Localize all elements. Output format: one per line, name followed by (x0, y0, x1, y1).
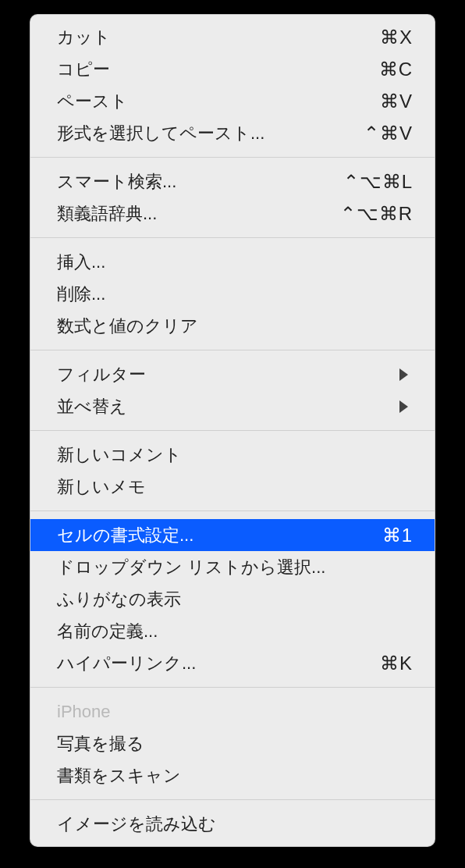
menu-separator (30, 430, 435, 431)
menu-item-label: 新しいコメント (57, 443, 182, 467)
menu-separator (30, 510, 435, 511)
menu-item-shortcut: ⌃⌘V (364, 123, 413, 144)
menu-separator (30, 237, 435, 238)
menu-item-shortcut: ⌘X (380, 27, 413, 48)
menu-separator (30, 687, 435, 688)
menu-item-paste[interactable]: ペースト⌘V (30, 85, 435, 117)
menu-item-hyperlink[interactable]: ハイパーリンク...⌘K (30, 647, 435, 679)
menu-item-shortcut: ⌘1 (382, 525, 413, 546)
menu-item-label: 形式を選択してペースト... (57, 122, 264, 145)
menu-item-label: フィルター (57, 363, 146, 386)
menu-item-label: スマート検索... (57, 170, 176, 194)
submenu-arrow-icon (399, 368, 408, 381)
menu-item-import-image[interactable]: イメージを読み込む (30, 808, 435, 840)
menu-item-new-note[interactable]: 新しいメモ (30, 471, 435, 503)
menu-separator (30, 350, 435, 350)
menu-item-label: イメージを読み込む (57, 813, 216, 836)
menu-item-label: iPhone (57, 702, 111, 722)
menu-item-label: ふりがなの表示 (57, 588, 181, 611)
menu-separator (30, 799, 435, 800)
menu-item-shortcut: ⌘V (380, 91, 413, 112)
menu-item-iphone-header: iPhone (30, 695, 435, 727)
menu-item-label: ペースト (57, 90, 128, 113)
menu-item-shortcut: ⌘K (380, 653, 413, 674)
menu-item-shortcut: ⌃⌥⌘L (343, 171, 413, 193)
menu-item-shortcut: ⌘C (379, 59, 413, 80)
menu-item-copy[interactable]: コピー⌘C (30, 53, 435, 85)
menu-separator (30, 157, 435, 158)
menu-item-take-photo[interactable]: 写真を撮る (30, 727, 435, 760)
menu-item-define-name[interactable]: 名前の定義... (30, 615, 435, 647)
menu-item-filter[interactable]: フィルター (30, 358, 435, 390)
menu-item-label: 類義語辞典... (57, 202, 157, 226)
submenu-arrow-icon (399, 400, 408, 413)
context-menu: カット⌘Xコピー⌘Cペースト⌘V形式を選択してペースト...⌃⌘Vスマート検索.… (30, 14, 435, 847)
menu-item-paste-special[interactable]: 形式を選択してペースト...⌃⌘V (30, 117, 435, 149)
menu-item-delete[interactable]: 削除... (30, 278, 435, 310)
menu-item-smart-lookup[interactable]: スマート検索...⌃⌥⌘L (30, 165, 435, 197)
menu-item-label: ハイパーリンク... (57, 652, 196, 675)
menu-item-label: カット (57, 26, 111, 49)
menu-item-sort[interactable]: 並べ替え (30, 390, 435, 422)
menu-item-clear-contents[interactable]: 数式と値のクリア (30, 310, 435, 342)
menu-item-label: 削除... (57, 283, 105, 306)
menu-item-show-phonetic[interactable]: ふりがなの表示 (30, 583, 435, 615)
menu-item-label: セルの書式設定... (57, 524, 193, 547)
menu-item-label: 並べ替え (57, 395, 127, 418)
menu-item-format-cells[interactable]: セルの書式設定...⌘1 (30, 519, 435, 551)
menu-item-label: 名前の定義... (57, 620, 158, 643)
menu-item-thesaurus[interactable]: 類義語辞典...⌃⌥⌘R (30, 197, 435, 229)
menu-item-label: 新しいメモ (57, 475, 146, 499)
menu-item-scan-documents[interactable]: 書類をスキャン (30, 760, 435, 792)
menu-item-insert[interactable]: 挿入... (30, 246, 435, 278)
menu-item-shortcut: ⌃⌥⌘R (340, 203, 413, 225)
menu-item-pick-from-dropdown[interactable]: ドロップダウン リストから選択... (30, 551, 435, 583)
menu-item-label: 数式と値のクリア (57, 315, 198, 338)
menu-item-label: ドロップダウン リストから選択... (57, 556, 325, 579)
menu-item-label: コピー (57, 58, 110, 81)
menu-item-cut[interactable]: カット⌘X (30, 21, 435, 53)
menu-item-label: 写真を撮る (57, 732, 144, 756)
menu-item-label: 挿入... (57, 251, 105, 274)
menu-item-label: 書類をスキャン (57, 764, 181, 788)
menu-item-new-comment[interactable]: 新しいコメント (30, 439, 435, 471)
